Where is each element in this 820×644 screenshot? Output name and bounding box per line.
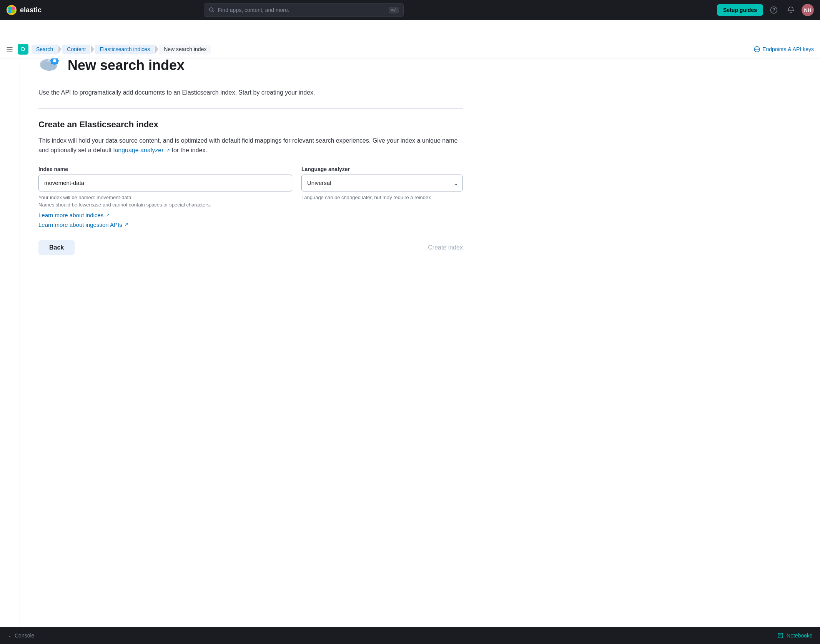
learn-links: Learn more about indices ↗ Learn more ab… <box>38 212 463 228</box>
sidebar: ⇒ <box>0 38 20 627</box>
breadcrumb-elasticsearch-indices[interactable]: Elasticsearch indices <box>95 45 155 54</box>
section-divider <box>38 108 463 109</box>
top-navigation: elastic Find apps, content, and more. ⌘/… <box>0 0 820 20</box>
hamburger-menu-button[interactable] <box>6 46 13 53</box>
form-actions: Back Create index <box>38 240 463 255</box>
search-placeholder: Find apps, content, and more. <box>218 7 386 13</box>
language-analyzer-label: Language analyzer <box>301 166 463 172</box>
language-analyzer-group: Language analyzer Universal English Fren… <box>301 166 463 209</box>
breadcrumb-chevron-3 <box>155 45 158 53</box>
breadcrumb-content[interactable]: Content <box>62 45 90 54</box>
endpoints-icon <box>754 46 760 52</box>
breadcrumb-d-badge[interactable]: D <box>18 44 28 55</box>
section-title: Create an Elasticsearch index <box>38 120 463 130</box>
breadcrumb-bar: D Search Content Elasticsearch indices N… <box>0 40 820 58</box>
learn-ingestion-link[interactable]: Learn more about ingestion APIs ↗ <box>38 221 463 228</box>
user-avatar[interactable]: NH <box>802 4 814 16</box>
svg-point-0 <box>7 5 17 15</box>
create-index-button[interactable]: Create index <box>428 244 463 251</box>
endpoints-api-keys-link[interactable]: Endpoints & API keys <box>754 46 814 52</box>
logo-text: elastic <box>20 6 42 14</box>
language-analyzer-select-wrapper: Universal English French German Spanish … <box>301 175 463 191</box>
svg-rect-18 <box>57 60 59 62</box>
section-description: This index will hold your data source co… <box>38 136 463 155</box>
main-content: New search index Use the API to programa… <box>20 38 481 627</box>
breadcrumb-new-search-index: New search index <box>159 45 211 54</box>
help-icon-button[interactable] <box>768 4 780 16</box>
index-name-input[interactable] <box>38 175 292 191</box>
learn-indices-link[interactable]: Learn more about indices ↗ <box>38 212 463 218</box>
back-button[interactable]: Back <box>38 240 75 255</box>
learn-ingestion-ext-icon: ↗ <box>125 222 128 227</box>
help-icon <box>770 6 778 14</box>
elastic-logo[interactable]: elastic <box>6 5 45 15</box>
breadcrumb-chevron-1 <box>58 45 62 53</box>
language-analyzer-link[interactable]: language analyzer ↗ <box>113 147 172 153</box>
svg-point-4 <box>11 10 15 13</box>
page-title: New search index <box>68 57 185 73</box>
index-name-hint: Your index will be named: movement-data … <box>38 194 292 209</box>
breadcrumb-chevron-2 <box>91 45 94 53</box>
global-search-bar[interactable]: Find apps, content, and more. ⌘/ <box>204 3 404 17</box>
external-link-icon: ↗ <box>166 147 170 154</box>
breadcrumb-items: Search Content Elasticsearch indices New… <box>32 45 211 54</box>
breadcrumb-search[interactable]: Search <box>32 45 58 54</box>
nav-right: Setup guides NH <box>717 4 814 16</box>
notifications-icon-button[interactable] <box>785 4 797 16</box>
main-layout: ⇒ <box>0 38 820 627</box>
svg-rect-22 <box>50 60 52 62</box>
search-shortcut: ⌘/ <box>389 7 398 13</box>
learn-indices-ext-icon: ↗ <box>106 212 110 218</box>
hamburger-icon <box>6 46 13 53</box>
notifications-icon <box>787 6 795 14</box>
svg-rect-20 <box>54 63 55 65</box>
svg-point-7 <box>773 12 774 12</box>
language-analyzer-hint: Language can be changed later, but may r… <box>301 194 463 201</box>
search-icon <box>209 7 215 13</box>
svg-point-15 <box>53 59 56 62</box>
language-analyzer-select[interactable]: Universal English French German Spanish … <box>301 175 463 191</box>
setup-guides-button[interactable]: Setup guides <box>717 4 763 16</box>
index-name-label: Index name <box>38 166 292 172</box>
form-row: Index name Your index will be named: mov… <box>38 166 463 209</box>
index-name-group: Index name Your index will be named: mov… <box>38 166 292 209</box>
page-description: Use the API to programatically add docum… <box>38 88 463 98</box>
